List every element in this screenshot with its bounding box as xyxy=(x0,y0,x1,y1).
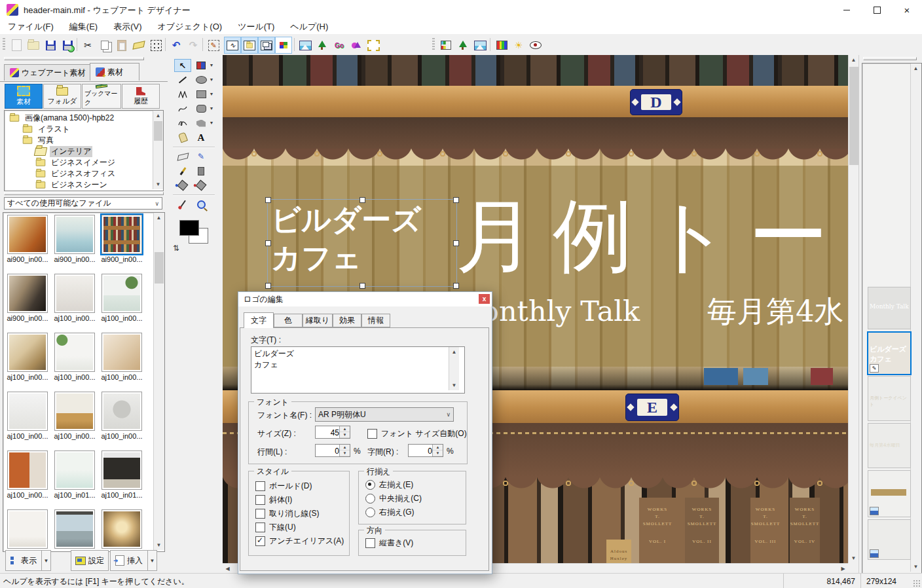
folder-mode-button[interactable] xyxy=(241,37,258,54)
resize-handle-ne[interactable] xyxy=(453,197,459,203)
draw-mode-button[interactable]: ∿ xyxy=(224,37,241,54)
pencil-tool[interactable]: ✎ xyxy=(193,150,210,163)
panel-splitter[interactable] xyxy=(4,192,164,195)
tree-scrollbar[interactable]: ▲ ▼ xyxy=(153,111,163,189)
scroll-up-icon[interactable]: ▲ xyxy=(449,347,459,357)
insert-clipart-button[interactable] xyxy=(314,37,331,54)
file-filter-dropdown[interactable]: すべての使用可能なファイル ∨ xyxy=(4,197,162,210)
thumbnail-item[interactable]: aj100_in00... xyxy=(100,274,143,322)
menu-file[interactable]: ファイル(F) xyxy=(0,20,62,34)
dialog-tab-outline[interactable]: 縁取り xyxy=(303,314,333,327)
brush-tool[interactable] xyxy=(174,164,191,177)
scroll-right-icon[interactable]: ▶ xyxy=(838,564,848,574)
thumbnail-scrollbar[interactable]: ▲ ▼ xyxy=(153,213,164,550)
dialog-tab-effect[interactable]: 効果 xyxy=(333,314,361,327)
foreground-color-swatch[interactable] xyxy=(179,220,199,236)
scroll-down-icon[interactable]: ▼ xyxy=(911,562,921,572)
resize-handle-n[interactable] xyxy=(360,197,365,203)
curve-tool[interactable] xyxy=(174,102,191,115)
object-item-logo-selected[interactable]: ビルダーズ カフェ ✎ xyxy=(867,331,912,375)
char-spacing-spinner[interactable]: ▲▼ xyxy=(408,444,443,457)
insert-dropdown-button[interactable]: ▼ xyxy=(147,550,157,571)
select-area-button[interactable] xyxy=(147,37,164,54)
align-center-radio[interactable]: 中央揃え(C) xyxy=(365,493,422,504)
freehand-tool[interactable] xyxy=(174,117,191,130)
category-history-button[interactable]: 履歴 xyxy=(122,84,160,109)
maximize-button[interactable] xyxy=(862,0,892,20)
thumbnail-item[interactable]: aj100_in00... xyxy=(53,333,96,381)
thumbnail-item[interactable]: ai900_in00... xyxy=(53,215,96,263)
zoom-tool[interactable] xyxy=(193,198,210,211)
category-folder-button[interactable]: フォルダ xyxy=(43,84,81,109)
strikethrough-checkbox[interactable]: 取り消し線(S) xyxy=(255,508,320,519)
thumbnail-item[interactable]: aj100_in00... xyxy=(6,333,49,381)
dialog-tab-color[interactable]: 色 xyxy=(274,314,303,327)
scroll-up-icon[interactable]: ▲ xyxy=(911,64,921,73)
spin-down-icon[interactable]: ▼ xyxy=(340,432,350,438)
insert-frame-button[interactable] xyxy=(365,37,382,54)
thumbnail-item-selected[interactable]: ai900_in00... xyxy=(100,215,143,263)
object-item-band-image[interactable] xyxy=(868,470,911,517)
tree-item-root[interactable]: 画像(amana 1500)-hpb22 xyxy=(9,113,115,123)
tree-item-business-office[interactable]: ビジネスオフィス xyxy=(35,168,117,179)
rectangle-tool[interactable] xyxy=(193,88,210,101)
logo-tool[interactable] xyxy=(193,59,210,72)
resize-handle-nw[interactable] xyxy=(265,197,271,203)
thumbnail-item[interactable]: ai900_in00... xyxy=(6,215,49,263)
ellipse-tool[interactable] xyxy=(193,73,210,86)
redo-button[interactable]: ↷ xyxy=(185,37,202,54)
thumbnail-item[interactable]: aj100_in01... xyxy=(53,450,96,499)
logo-tool-dropdown[interactable]: ▼ xyxy=(208,59,215,71)
object-item-schedule[interactable]: 毎月第4水曜日 xyxy=(868,423,911,468)
gradient-fill-tool[interactable] xyxy=(193,179,210,192)
resize-grip[interactable] xyxy=(913,579,921,587)
smudge-tool[interactable] xyxy=(174,131,191,144)
object-item-bookshelf-image[interactable] xyxy=(868,519,911,560)
tree-item-illust[interactable]: イラスト xyxy=(22,124,71,134)
resize-handle-s[interactable] xyxy=(360,283,365,289)
text-tool[interactable]: A xyxy=(193,131,210,144)
edit-points-button[interactable]: ✎ xyxy=(205,37,222,54)
object-list-scrollbar[interactable]: ▲ ▼ xyxy=(910,64,921,572)
clipart-tree-button[interactable] xyxy=(454,37,471,54)
open-button[interactable] xyxy=(25,37,42,54)
vertical-writing-checkbox[interactable]: 縦書き(V) xyxy=(365,538,413,549)
thumbnail-item[interactable] xyxy=(53,509,96,550)
resize-handle-w[interactable] xyxy=(265,240,271,246)
scroll-up-icon[interactable]: ▲ xyxy=(154,213,164,223)
thumbnail-item[interactable]: aj100_in00... xyxy=(100,392,143,440)
tree-item-business-image[interactable]: ビジネスイメージ xyxy=(35,157,117,168)
copy-button[interactable] xyxy=(96,37,113,54)
bold-checkbox[interactable]: ボールド(D) xyxy=(255,481,312,492)
thumbnail-item[interactable]: aj100_in00... xyxy=(53,274,96,322)
color-adjust-button[interactable] xyxy=(493,37,510,54)
palette-mode-button[interactable] xyxy=(275,37,292,54)
thumbnail-item[interactable] xyxy=(6,509,49,550)
thumbnail-item[interactable]: aj100_in00... xyxy=(53,392,96,440)
object-item-event-title[interactable]: 月例トークイベント xyxy=(868,376,911,421)
tree-item-business-scene[interactable]: ビジネスシーン xyxy=(35,179,109,190)
dialog-tab-text[interactable]: 文字 xyxy=(244,312,274,328)
resize-handle-e[interactable] xyxy=(453,240,459,246)
category-material-button[interactable]: 素材 xyxy=(5,84,43,109)
thumbnail-view-button[interactable] xyxy=(437,37,454,54)
italic-checkbox[interactable]: 斜体(I) xyxy=(255,494,292,505)
thumbnail-item[interactable]: aj100_in00... xyxy=(100,333,143,381)
scroll-down-icon[interactable]: ▼ xyxy=(153,179,163,189)
logo-text-input[interactable]: ビルダーズ カフェ xyxy=(251,346,465,394)
resize-handle-se[interactable] xyxy=(453,283,459,289)
spin-up-icon[interactable]: ▲ xyxy=(340,445,350,450)
canvas-vertical-scrollbar[interactable]: ▲ ▼ xyxy=(848,55,859,563)
scroll-up-icon[interactable]: ▲ xyxy=(849,55,858,65)
thumbnail-item[interactable] xyxy=(100,509,143,550)
toolbar-grip[interactable] xyxy=(3,38,5,51)
canvas-headline-text[interactable]: 月例トーク xyxy=(456,183,848,291)
erase-button[interactable] xyxy=(130,37,147,54)
insert-logo-button[interactable]: Go xyxy=(331,37,348,54)
underline-checkbox[interactable]: 下線(U) xyxy=(255,522,296,533)
category-bookmark-button[interactable]: ブックマーク xyxy=(82,84,121,109)
tab-webart-material[interactable]: ウェブアート素材 xyxy=(4,64,101,81)
object-item-monthly-talk[interactable]: Monthly Talk xyxy=(868,287,911,329)
new-button[interactable] xyxy=(8,37,25,54)
display-button[interactable]: 表示 xyxy=(5,550,42,571)
